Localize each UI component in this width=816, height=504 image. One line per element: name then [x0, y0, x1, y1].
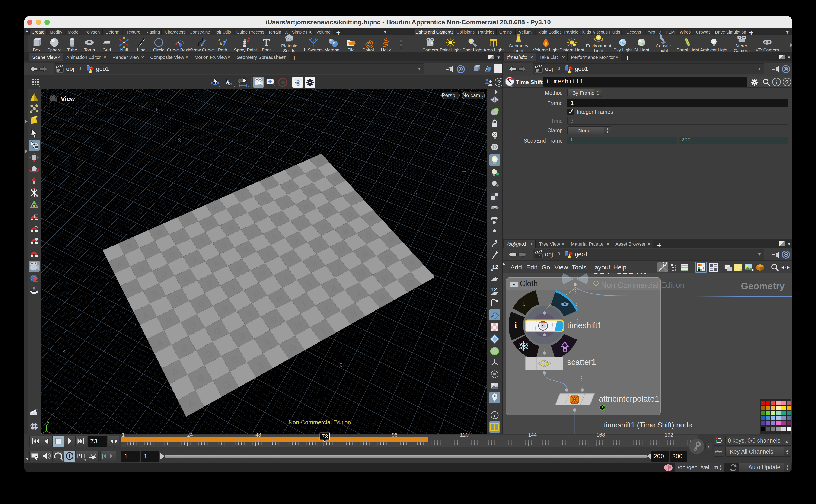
svg-text:2: 2: [135, 321, 138, 326]
svg-text:↓: ↓: [522, 298, 526, 308]
svg-text:3: 3: [62, 349, 65, 354]
svg-text:i: i: [494, 412, 495, 419]
svg-text:-4: -4: [462, 169, 467, 175]
svg-text:-2: -2: [203, 173, 208, 178]
svg-text:i: i: [514, 320, 517, 330]
svg-text:y: y: [47, 420, 49, 425]
svg-text:-4: -4: [156, 107, 160, 112]
svg-text:2: 2: [340, 362, 342, 368]
svg-text:-3: -3: [416, 191, 420, 197]
svg-text:73: 73: [322, 433, 328, 440]
svg-text:12: 12: [492, 264, 498, 270]
svg-text:12: 12: [491, 287, 497, 292]
svg-text:-3: -3: [178, 137, 183, 143]
